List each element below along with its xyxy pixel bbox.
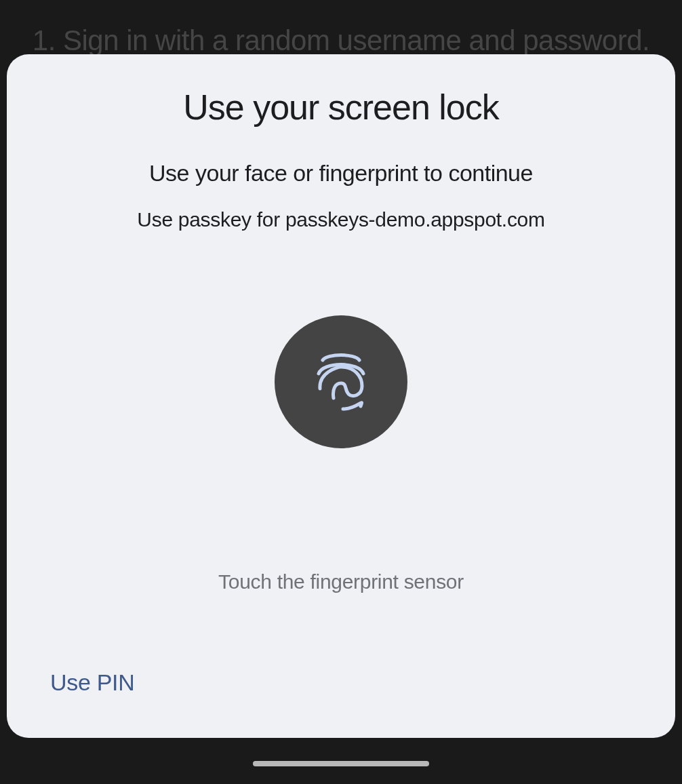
sensor-hint-text: Touch the fingerprint sensor (218, 570, 464, 593)
fingerprint-sensor[interactable] (275, 315, 407, 448)
navigation-bar (0, 743, 682, 784)
dialog-context: Use passkey for passkeys-demo.appspot.co… (7, 208, 675, 231)
dialog-title: Use your screen lock (7, 87, 675, 128)
nav-handle[interactable] (253, 761, 429, 766)
dialog-subtitle: Use your face or fingerprint to continue (7, 160, 675, 187)
fingerprint-icon (310, 347, 372, 417)
background-page-text: 1. Sign in with a random username and pa… (0, 24, 682, 57)
fingerprint-area: Touch the fingerprint sensor (7, 231, 675, 650)
biometric-dialog: Use your screen lock Use your face or fi… (7, 54, 675, 738)
use-pin-button[interactable]: Use PIN (50, 669, 135, 696)
dialog-actions: Use PIN (7, 650, 675, 738)
